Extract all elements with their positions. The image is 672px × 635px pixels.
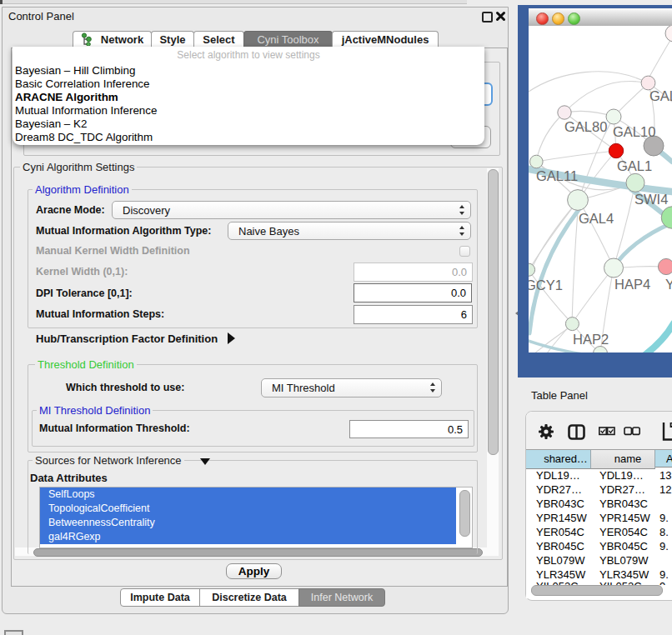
- svg-text:GAL7: GAL7: [649, 88, 672, 103]
- svg-text:GAL4: GAL4: [579, 211, 614, 226]
- svg-text:GAL1: GAL1: [617, 158, 652, 173]
- svg-text:GCY1: GCY1: [529, 278, 563, 292]
- svg-text:GAL11: GAL11: [536, 168, 578, 183]
- svg-text:SWI4: SWI4: [634, 192, 668, 207]
- svg-text:HAP2: HAP2: [573, 332, 609, 347]
- svg-text:HAP4: HAP4: [614, 277, 650, 292]
- svg-text:GAL80: GAL80: [564, 119, 607, 134]
- svg-text:GAL10: GAL10: [613, 124, 655, 139]
- svg-text:Y: Y: [665, 277, 672, 292]
